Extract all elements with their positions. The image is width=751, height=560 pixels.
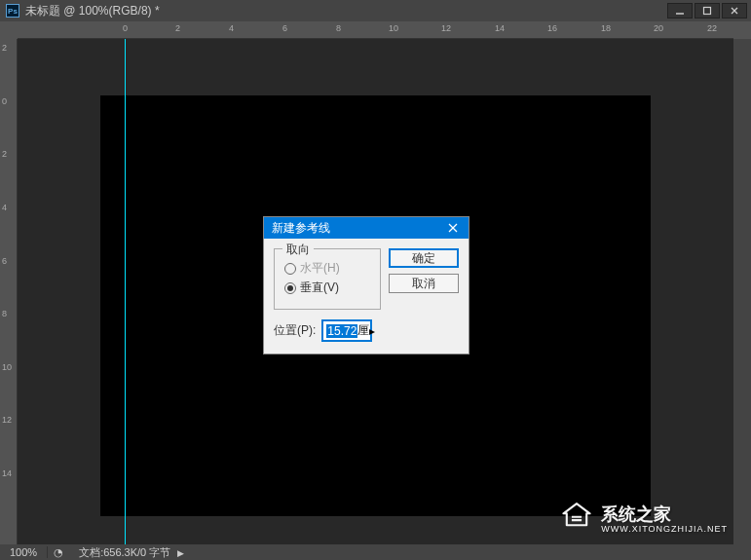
ruler-tick: 10 xyxy=(389,23,398,33)
ruler-tick: 8 xyxy=(336,23,341,33)
cancel-button[interactable]: 取消 xyxy=(389,274,459,293)
position-value: 15.72 xyxy=(326,324,357,338)
ruler-tick: 2 xyxy=(175,23,180,33)
ruler-tick: 0 xyxy=(123,23,128,33)
ruler-tick: 14 xyxy=(2,468,12,478)
maximize-button[interactable] xyxy=(695,3,720,19)
orientation-fieldset: 取向 水平(H) 垂直(V) xyxy=(274,248,381,310)
house-icon xyxy=(560,499,593,537)
minimize-button[interactable] xyxy=(667,3,693,19)
svg-rect-1 xyxy=(704,8,711,15)
titlebar: Ps 未标题 @ 100%(RGB/8) * xyxy=(0,0,751,21)
ruler-tick: 2 xyxy=(2,149,7,159)
document-info[interactable]: 文档:656.3K/0 字节 ▶ xyxy=(69,545,194,560)
ruler-tick: 10 xyxy=(2,362,12,372)
ruler-horizontal[interactable]: 0 2 4 6 8 10 12 14 16 18 20 22 xyxy=(18,21,733,39)
ruler-tick: 16 xyxy=(547,23,557,33)
position-unit: 厘 xyxy=(357,322,369,339)
ruler-tick: 20 xyxy=(654,23,663,33)
ruler-tick: 2 xyxy=(2,43,7,53)
close-button[interactable] xyxy=(722,3,747,19)
zoom-level[interactable]: 100% xyxy=(0,546,48,558)
ruler-tick: 12 xyxy=(2,415,12,425)
dialog-titlebar[interactable]: 新建参考线 xyxy=(264,217,469,239)
dialog-close-button[interactable] xyxy=(437,217,469,239)
watermark: 系统之家 WWW.XITONGZHIJIA.NET xyxy=(560,499,728,537)
spinner-icon: ▸ xyxy=(369,324,375,338)
status-icon[interactable]: ◔ xyxy=(48,546,69,559)
position-label: 位置(P): xyxy=(274,322,316,339)
chevron-right-icon: ▶ xyxy=(173,548,184,558)
radio-icon xyxy=(284,263,296,275)
ruler-tick: 12 xyxy=(441,23,451,33)
ruler-vertical[interactable]: 2 0 2 4 6 8 10 12 14 xyxy=(0,39,18,544)
ruler-tick: 22 xyxy=(707,23,717,33)
ruler-tick: 18 xyxy=(601,23,611,33)
app-icon: Ps xyxy=(6,4,19,18)
dialog-title: 新建参考线 xyxy=(272,220,330,237)
ruler-tick: 4 xyxy=(229,23,234,33)
radio-label: 垂直(V) xyxy=(300,280,339,296)
position-input[interactable]: 15.72厘▸ xyxy=(321,319,372,342)
ruler-tick: 6 xyxy=(2,256,7,266)
watermark-url: WWW.XITONGZHIJIA.NET xyxy=(601,524,728,534)
watermark-brand: 系统之家 xyxy=(601,503,728,526)
radio-label: 水平(H) xyxy=(300,260,340,277)
ruler-tick: 6 xyxy=(282,23,287,33)
guide-line-vertical[interactable] xyxy=(125,39,126,544)
radio-horizontal[interactable]: 水平(H) xyxy=(284,260,370,277)
ruler-tick: 4 xyxy=(2,203,7,212)
statusbar: 100% ◔ 文档:656.3K/0 字节 ▶ xyxy=(0,544,751,560)
document-title: 未标题 @ 100%(RGB/8) * xyxy=(25,3,160,19)
orientation-legend: 取向 xyxy=(282,242,314,258)
ruler-tick: 0 xyxy=(2,96,7,106)
radio-vertical[interactable]: 垂直(V) xyxy=(284,280,370,296)
radio-icon xyxy=(284,282,296,294)
scrollbar-vertical[interactable] xyxy=(733,39,751,544)
window-controls xyxy=(667,3,751,19)
ruler-tick: 8 xyxy=(2,309,7,318)
ruler-tick: 14 xyxy=(495,23,505,33)
ok-button[interactable]: 确定 xyxy=(389,248,459,268)
new-guide-dialog: 新建参考线 取向 水平(H) 垂直(V) 确定 取消 位置(P): 15.72厘… xyxy=(263,216,469,355)
